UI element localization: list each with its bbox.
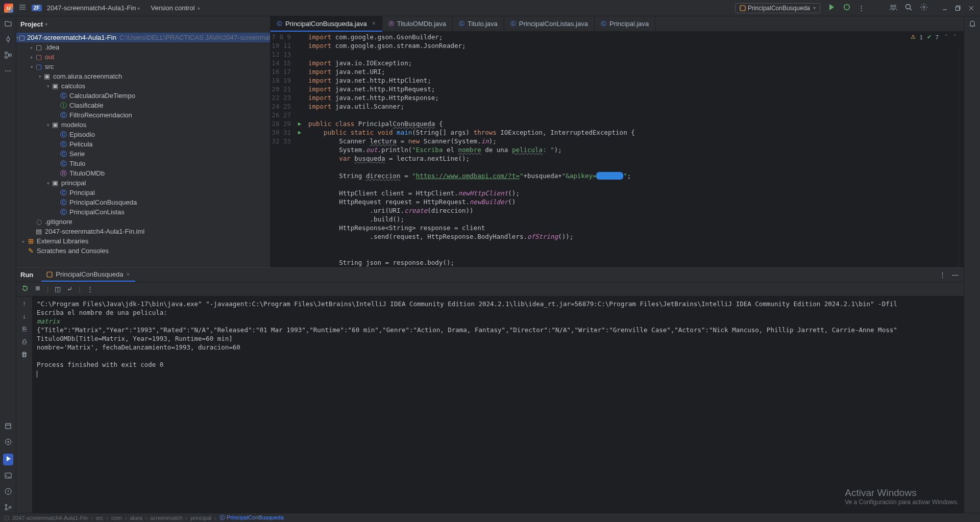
svg-point-2 [891, 5, 893, 7]
run-config-tab[interactable]: PrincipalConBusqueda × [41, 268, 135, 282]
run-button[interactable] [827, 3, 836, 13]
close-window-button[interactable] [967, 4, 976, 13]
svg-rect-0 [740, 6, 745, 11]
tree-class[interactable]: ⒸPrincipalConBusqueda [16, 197, 270, 207]
tree-class[interactable]: ⒸPelicula [16, 139, 270, 149]
search-everywhere-button[interactable] [904, 3, 913, 13]
run-tabbar: Run PrincipalConBusqueda × ⋮ — [16, 268, 964, 282]
console-output[interactable]: "C:\Program Files\Java\jdk-17\bin\java.e… [33, 296, 964, 513]
commit-toolwindow-button[interactable] [4, 35, 12, 45]
rerun-button[interactable] [21, 285, 29, 293]
tree-external-libs[interactable]: ▸⊞External Libraries [16, 236, 270, 246]
tree-file-gitignore[interactable]: ◌.gitignore [16, 217, 270, 227]
close-tab-icon[interactable]: × [372, 20, 376, 27]
vcs-toolwindow-button[interactable] [4, 503, 12, 513]
project-name[interactable]: 2047-screenmatch4-Aula1-Fin▾ [47, 4, 140, 12]
breadcrumb[interactable]: ▢ 2047-screenmatch4-Aula1-Fin›src›com›al… [4, 514, 284, 521]
vcs-menu[interactable]: Version control ▾ [151, 4, 201, 12]
structure-toolwindow-button[interactable] [4, 51, 12, 61]
scroll-up-icon[interactable]: ↑ [22, 300, 26, 307]
tree-class[interactable]: ⒸSerie [16, 149, 270, 159]
project-badge: 2F [32, 5, 42, 11]
main-menu-button[interactable] [18, 3, 27, 13]
svg-rect-11 [9, 54, 11, 56]
run-toolwindow-button[interactable] [3, 454, 13, 465]
tree-folder-src[interactable]: ▾ ▢src [16, 62, 270, 71]
tree-file-iml[interactable]: ▤2047-screenmatch4-Aula1-Fin.iml [16, 227, 270, 236]
tree-package[interactable]: ▾ ▣com.alura.screenmatch [16, 71, 270, 81]
tree-class[interactable]: ⒸFiltroRecomendacion [16, 110, 270, 120]
editor-tab[interactable]: ⒸTitulo.java [453, 16, 504, 31]
project-tree[interactable]: ▾ ▢ 2047-screenmatch4-Aula1-Fin C:\Users… [16, 32, 270, 267]
statusbar: ▢ 2047-screenmatch4-Aula1-Fin›src›com›al… [0, 513, 980, 522]
tree-root[interactable]: ▾ ▢ 2047-screenmatch4-Aula1-Fin C:\Users… [16, 33, 270, 42]
tree-package-calculos[interactable]: ▾ ▣calculos [16, 81, 270, 91]
project-panel-header[interactable]: Project▾ [16, 16, 270, 32]
more-toolwindows-button[interactable]: ⋯ [5, 67, 11, 74]
soft-wrap-button[interactable]: ⤶ [67, 285, 72, 293]
run-side-toolbar: ↑ ↓ ⎘ ⎙ 🗑 [16, 296, 33, 513]
svg-rect-20 [36, 286, 40, 290]
tree-package-modelos[interactable]: ▾ ▣modelos [16, 120, 270, 130]
terminal-toolwindow-button[interactable] [4, 471, 12, 481]
code-view[interactable]: import com.google.gson.GsonBuilder; impo… [304, 32, 964, 267]
svg-point-4 [906, 5, 911, 9]
editor-area: ⒸPrincipalConBusqueda.java× ⓇTituloOMDb.… [271, 16, 964, 267]
stop-button[interactable] [35, 285, 41, 293]
debug-button[interactable] [843, 3, 851, 13]
editor-tab[interactable]: ⓇTituloOMDb.java [382, 16, 453, 31]
editor-tab[interactable]: ⒸPrincipalConListas.java [504, 16, 595, 31]
tree-class[interactable]: ⒸCalculadoraDeTiempo [16, 91, 270, 101]
svg-point-17 [5, 508, 7, 510]
tree-class[interactable]: ⒸTitulo [16, 159, 270, 168]
left-tool-stripe: ⋯ [0, 16, 16, 513]
editor-tab-active[interactable]: ⒸPrincipalConBusqueda.java× [271, 16, 382, 32]
tree-interface[interactable]: ⒾClasificable [16, 101, 270, 110]
inspection-widget[interactable]: ⚠1 ✔7 ˄ ˅ [911, 34, 959, 40]
svg-point-8 [7, 38, 10, 41]
run-gutter[interactable]: ▶▶ [295, 32, 304, 267]
services-toolwindow-button[interactable] [4, 438, 12, 448]
error-stripe[interactable] [959, 47, 964, 267]
run-panel: Run PrincipalConBusqueda × ⋮ — | ◫ ⤶ | ⋮… [16, 267, 964, 513]
close-run-tab-icon[interactable]: × [127, 271, 130, 278]
svg-point-3 [894, 5, 896, 7]
maximize-window-button[interactable] [953, 4, 963, 13]
build-toolwindow-button[interactable] [4, 422, 12, 432]
hide-run-panel-icon[interactable]: — [952, 271, 959, 279]
minimize-window-button[interactable] [940, 4, 949, 13]
svg-point-16 [5, 504, 7, 506]
warning-icon: ⚠ [911, 34, 916, 40]
settings-button[interactable] [920, 3, 928, 13]
notifications-button[interactable] [968, 19, 976, 29]
tree-class[interactable]: ⒸPrincipal [16, 188, 270, 197]
editor-body[interactable]: 7 8 9 10 11 12 13 14 15 16 17 18 19 20 2… [271, 32, 964, 267]
problems-toolwindow-button[interactable] [4, 487, 12, 497]
svg-rect-19 [47, 272, 52, 277]
tree-class[interactable]: ⒸPrincipalConListas [16, 207, 270, 217]
tree-folder-out[interactable]: ▸ ▢out [16, 52, 270, 62]
layout-button[interactable]: ◫ [55, 285, 61, 293]
tree-package-principal[interactable]: ▾ ▣principal [16, 178, 270, 188]
inspection-nav[interactable]: ˄ ˅ [945, 34, 959, 40]
tree-record[interactable]: ⓇTituloOMDb [16, 168, 270, 178]
run-more-icon[interactable]: ⋮ [939, 271, 946, 279]
run-title: Run [20, 271, 33, 279]
more-actions-button[interactable]: ⋮ [858, 4, 865, 12]
project-toolwindow-button[interactable] [4, 19, 12, 29]
tree-class[interactable]: ⒸEpisodio [16, 130, 270, 139]
scroll-down-icon[interactable]: ↓ [22, 312, 26, 320]
editor-tab[interactable]: ⒸPrincipal.java [595, 16, 655, 31]
clear-all-icon[interactable]: 🗑 [21, 351, 28, 358]
tree-scratches[interactable]: ✎Scratches and Consoles [16, 246, 270, 256]
svg-rect-10 [5, 56, 7, 58]
ide-logo: IJ [4, 4, 13, 13]
code-with-me-button[interactable] [889, 3, 897, 13]
run-toolbar-more[interactable]: ⋮ [87, 285, 93, 293]
run-config-selector[interactable]: PrincipalConBusqueda▾ [735, 3, 820, 13]
tree-folder-idea[interactable]: ▸ ▢.idea [16, 42, 270, 52]
print-icon[interactable]: ⎙ [22, 338, 27, 345]
line-number-gutter[interactable]: 7 8 9 10 11 12 13 14 15 16 17 18 19 20 2… [271, 32, 295, 267]
export-icon[interactable]: ⎘ [22, 325, 27, 333]
svg-point-5 [923, 6, 925, 8]
